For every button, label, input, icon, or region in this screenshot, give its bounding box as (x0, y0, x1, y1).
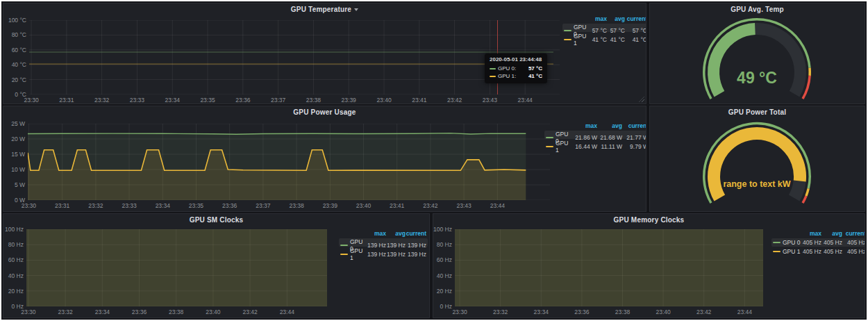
legend-stat-value: 9.79 W (622, 143, 646, 150)
legend-series-name[interactable]: GPU 1 (546, 140, 571, 154)
gauge-value-text: range to text kW (723, 179, 790, 189)
gpu-temperature-chart[interactable] (29, 20, 560, 94)
panel-header-gpu-temperature[interactable]: GPU Temperature (3, 3, 646, 15)
legend-stat-header[interactable]: current (625, 15, 646, 22)
legend-stat-value: 57 °C (587, 27, 607, 34)
y-axis-label: 15 W (3, 151, 25, 158)
x-axis-label: 23:37 (251, 202, 276, 209)
legend-stat-header[interactable]: avg (386, 230, 406, 237)
x-axis-label: 23:35 (183, 202, 208, 209)
legend-stat-value: 139 Hz (386, 242, 406, 249)
y-axis-label: 60 Hz (433, 256, 452, 263)
x-axis-label: 23:32 (53, 308, 78, 315)
gauge-svg: range to text kW (650, 106, 865, 211)
x-axis-label: 23:42 (237, 308, 262, 315)
legend-stat-header[interactable]: avg (607, 15, 625, 22)
gpu-sm-clocks-chart[interactable] (26, 229, 327, 306)
panel-header-gpu-power-total[interactable]: GPU Power Total (650, 106, 865, 117)
legend-stat-header[interactable]: avg (597, 122, 622, 129)
y-axis-label: 80 Hz (433, 241, 452, 248)
legend-stat-header[interactable]: max (367, 230, 386, 237)
panel-gpu-power-usage: GPU Power Usage maxavgcurrentGPU 021.86 … (3, 106, 646, 212)
legend-series-name[interactable]: GPU 1 (340, 247, 367, 261)
legend-stat-value: 21.68 W (597, 134, 622, 141)
legend-stat-header[interactable]: current (622, 122, 646, 129)
legend-stat-value: 57 °C (625, 27, 646, 34)
y-axis-label: 20 Hz (3, 288, 24, 295)
panel-resize-handle[interactable] (639, 97, 644, 102)
tooltip-row: GPU 0:57 °C (490, 65, 542, 72)
y-axis-label: 100 °C (3, 17, 26, 24)
gpu-power-usage-chart[interactable] (28, 124, 550, 200)
dashboard: GPU Temperature 2020-05-01 23:44:48 GPU … (1, 1, 867, 320)
y-axis-label: 80 °C (3, 31, 26, 38)
legend-row: GPU 0405 Hz405 Hz405 Hz (771, 238, 865, 247)
gpu-memory-clocks-chart[interactable] (455, 229, 763, 306)
panel-header-gpu-power-usage[interactable]: GPU Power Usage (3, 106, 646, 117)
legend-stat-header[interactable]: current (406, 230, 426, 237)
x-axis-label: 23:31 (54, 97, 79, 104)
legend-series-name[interactable]: GPU 1 (773, 248, 801, 255)
legend-stat-value: 405 Hz (821, 239, 842, 246)
x-axis-label: 23:34 (528, 308, 553, 315)
x-axis-label: 23:34 (160, 97, 185, 104)
series-color-icon (490, 68, 496, 69)
legend-stat-value: 41 °C (607, 36, 625, 43)
x-axis-label: 23:30 (19, 97, 44, 104)
legend-row: GPU 057 °C57 °C57 °C (562, 24, 646, 32)
x-axis-label: 23:38 (610, 308, 635, 315)
chevron-down-icon[interactable] (354, 8, 358, 11)
y-axis-label: 25 W (3, 120, 25, 127)
panel-title: GPU Power Usage (293, 108, 356, 116)
y-axis-label: 20 °C (3, 76, 26, 83)
x-axis-label: 23:36 (569, 308, 594, 315)
y-axis-label: 40 Hz (433, 272, 452, 279)
tooltip-row: GPU 1:41 °C (490, 72, 542, 80)
chart-svg (455, 229, 763, 306)
y-axis-label: 60 °C (3, 47, 26, 54)
panel-header-gpu-avg-temp[interactable]: GPU Avg. Temp (650, 3, 865, 15)
panel-title: GPU Temperature (291, 6, 351, 13)
x-axis-label: 23:38 (301, 97, 326, 104)
legend-stat-value: 139 Hz (367, 251, 386, 258)
gauge-svg: 49 °C (650, 3, 865, 104)
legend-stat-header[interactable]: max (571, 122, 597, 129)
x-axis-label: 23:42 (442, 97, 467, 104)
y-axis-label: 10 W (3, 166, 25, 173)
legend-stat-value: 405 Hz (801, 239, 821, 246)
chart-legend: maxavgcurrentGPU 057 °C57 °C57 °CGPU 141… (562, 15, 646, 42)
x-axis-label: 23:32 (90, 97, 115, 104)
series-color-icon (546, 137, 553, 138)
legend-stat-value: 16.44 W (571, 143, 597, 150)
y-axis-label: 20 W (3, 135, 25, 142)
legend-stat-header[interactable]: max (801, 230, 821, 237)
tooltip-timestamp: 2020-05-01 23:44:48 (490, 56, 542, 63)
x-axis-label: 23:41 (385, 202, 410, 209)
panel-title: GPU Avg. Temp (731, 6, 784, 13)
x-axis-label: 23:44 (274, 308, 299, 315)
panel-header-gpu-sm-clocks[interactable]: GPU SM Clocks (3, 214, 429, 225)
panel-header-gpu-memory-clocks[interactable]: GPU Memory Clocks (433, 214, 865, 225)
legend-stat-header[interactable]: max (587, 15, 607, 22)
x-axis-label: 23:38 (284, 202, 309, 209)
legend-stat-value: 41 °C (587, 36, 607, 43)
panel-gpu-memory-clocks: GPU Memory Clocks maxavgcurrentGPU 0405 … (433, 213, 865, 318)
x-axis-label: 23:40 (651, 308, 676, 315)
x-axis-label: 23:30 (16, 308, 41, 315)
panel-title: GPU Memory Clocks (614, 216, 685, 224)
legend-stat-header[interactable]: avg (821, 230, 842, 237)
legend-stat-header[interactable]: current (842, 230, 865, 237)
x-axis-label: 23:38 (164, 308, 189, 315)
x-axis-label: 23:33 (124, 97, 149, 104)
gauge-gpu-avg-temp: 49 °C (650, 3, 865, 104)
chart-svg (26, 229, 327, 306)
legend-series-name[interactable]: GPU 0 (773, 239, 801, 246)
legend-series-name[interactable]: GPU 1 (564, 33, 587, 47)
y-axis-label: 80 Hz (3, 241, 24, 248)
chart-tooltip: 2020-05-01 23:44:48 GPU 0:57 °CGPU 1:41 … (485, 54, 547, 83)
legend-header-row: maxavgcurrent (339, 229, 428, 238)
y-axis-label: 60 Hz (3, 256, 24, 263)
x-axis-label: 23:36 (217, 202, 242, 209)
legend-stat-value: 405 Hz (842, 248, 865, 255)
x-axis-label: 23:40 (201, 308, 226, 315)
